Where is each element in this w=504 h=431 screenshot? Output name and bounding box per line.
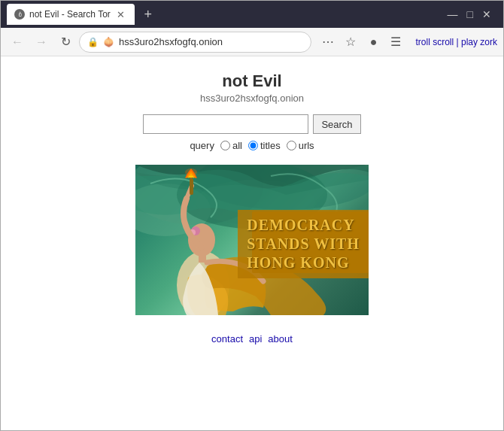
window-controls: — □ ✕ xyxy=(448,8,497,20)
browser-frame: 🕯 not Evil - Search Tor ✕ + — □ ✕ ← → ↻ … xyxy=(0,0,504,431)
navigation-bar: ← → ↻ 🔒 🧅 hss3uro2hsxfogfq.onion ⋯ ☆ ● ☰… xyxy=(1,28,503,56)
about-link[interactable]: about xyxy=(268,333,293,344)
play-zork-link[interactable]: play zork xyxy=(461,37,497,47)
tab-close-button[interactable]: ✕ xyxy=(115,8,127,20)
menu-button[interactable]: ☰ xyxy=(385,32,406,53)
onion-icon: 🧅 xyxy=(103,37,114,47)
titles-option[interactable]: titles xyxy=(248,140,281,151)
site-url: hss3uro2hsxfogfq.onion xyxy=(200,93,304,104)
nav-right-icons: ⋯ ☆ ● ☰ xyxy=(317,32,406,53)
more-options-button[interactable]: ⋯ xyxy=(317,32,339,53)
new-tab-button[interactable]: + xyxy=(138,4,159,25)
address-text: hss3uro2hsxfogfq.onion xyxy=(119,36,303,47)
search-options: query all titles urls xyxy=(190,140,314,151)
lock-icon: 🔒 xyxy=(87,37,99,47)
troll-scroll-link[interactable]: troll scroll xyxy=(415,37,454,47)
maximize-button[interactable]: □ xyxy=(467,8,473,20)
hero-image: DEMOCRACY STANDS WITH HONG KONG xyxy=(135,165,369,315)
page-content: not Evil hss3uro2hsxfogfq.onion Search q… xyxy=(1,56,503,430)
all-option[interactable]: all xyxy=(220,140,242,151)
link-separator: | xyxy=(457,37,459,47)
urls-option[interactable]: urls xyxy=(287,140,314,151)
back-button[interactable]: ← xyxy=(7,32,28,53)
minimize-button[interactable]: — xyxy=(448,8,458,20)
site-title: not Evil xyxy=(222,71,281,91)
extensions-button[interactable]: ● xyxy=(363,32,384,53)
footer-links: contact api about xyxy=(211,333,293,344)
hero-text-line3: HONG KONG xyxy=(247,253,360,272)
close-button[interactable]: ✕ xyxy=(482,8,491,20)
search-input[interactable] xyxy=(143,114,308,134)
query-label: query xyxy=(190,140,214,151)
titles-radio[interactable] xyxy=(248,141,258,150)
forward-button[interactable]: → xyxy=(31,32,52,53)
title-bar: 🕯 not Evil - Search Tor ✕ + — □ ✕ xyxy=(1,1,503,28)
tab-favicon: 🕯 xyxy=(14,9,25,20)
contact-link[interactable]: contact xyxy=(211,333,243,344)
search-button[interactable]: Search xyxy=(313,114,360,134)
bookmark-button[interactable]: ☆ xyxy=(340,32,361,53)
search-form: Search xyxy=(143,114,360,134)
browser-tab[interactable]: 🕯 not Evil - Search Tor ✕ xyxy=(7,4,135,25)
tab-title: not Evil - Search Tor xyxy=(29,9,111,20)
svg-point-11 xyxy=(185,168,197,176)
hero-text-line1: DEMOCRACY xyxy=(247,216,360,235)
urls-radio[interactable] xyxy=(287,141,296,150)
address-bar[interactable]: 🔒 🧅 hss3uro2hsxfogfq.onion xyxy=(79,32,311,53)
top-links: troll scroll | play zork xyxy=(415,37,497,47)
svg-rect-10 xyxy=(190,178,193,195)
hero-text-overlay: DEMOCRACY STANDS WITH HONG KONG xyxy=(238,210,369,278)
all-radio[interactable] xyxy=(220,141,230,150)
api-link[interactable]: api xyxy=(249,333,262,344)
refresh-button[interactable]: ↻ xyxy=(55,32,76,53)
hero-text-line2: STANDS WITH xyxy=(247,235,360,253)
